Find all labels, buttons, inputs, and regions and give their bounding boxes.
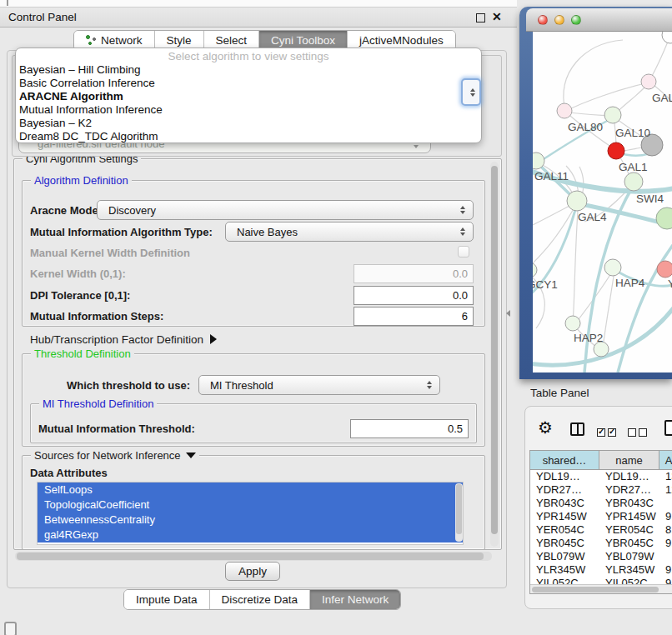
- tab-discretize-data[interactable]: Discretize Data: [210, 590, 311, 609]
- network-icon: [86, 35, 97, 46]
- network-edge: [573, 211, 578, 322]
- network-edge: [603, 271, 614, 348]
- zoom-traffic-light[interactable]: [571, 15, 581, 25]
- table-cell: 9.: [659, 510, 672, 523]
- table-row[interactable]: YPR145WYPR145W9.: [530, 510, 672, 523]
- sources-toggle[interactable]: Sources for Network Inference: [31, 449, 199, 462]
- table-row[interactable]: YBR045CYBR045C9.: [530, 537, 672, 550]
- which-threshold-label: Which threshold to use:: [67, 379, 190, 392]
- network-node[interactable]: [557, 103, 572, 118]
- dpi-tolerance-input[interactable]: [354, 286, 474, 305]
- attribute-item[interactable]: SelfLoops: [38, 482, 463, 498]
- which-threshold-combo[interactable]: MI Threshold: [198, 375, 440, 395]
- tab-impute-data[interactable]: Impute Data: [124, 590, 210, 609]
- new-table-icon[interactable]: [664, 420, 672, 436]
- table-row[interactable]: YDR27…YDR27…12: [530, 483, 672, 497]
- network-node[interactable]: [657, 261, 672, 278]
- algorithm-combo-focused[interactable]: [461, 78, 481, 106]
- column-layout-icon[interactable]: [570, 422, 584, 436]
- table-cell: YBR043C: [599, 497, 659, 510]
- network-edge: [533, 203, 574, 225]
- table-row[interactable]: YDL19…YDL19…13: [530, 470, 672, 483]
- algorithm-option[interactable]: Dream8 DC_TDC Algorithm: [16, 130, 481, 143]
- algorithm-option[interactable]: Bayesian – K2: [16, 117, 481, 130]
- table-cell: 12: [659, 483, 672, 497]
- network-node[interactable]: [533, 262, 537, 278]
- table-cell: 13: [659, 470, 672, 483]
- panel-resize-grip[interactable]: [506, 310, 510, 317]
- algorithm-option[interactable]: Bayesian – Hill Climbing: [16, 63, 481, 77]
- gear-icon[interactable]: [538, 419, 553, 436]
- network-node-label: GCY1: [533, 278, 558, 291]
- network-node[interactable]: [662, 32, 672, 43]
- table-row[interactable]: YLR345WYLR345W9.: [530, 563, 672, 577]
- network-node[interactable]: [604, 107, 621, 123]
- close-icon[interactable]: [492, 10, 502, 23]
- network-window-titlebar[interactable]: [526, 8, 672, 32]
- table-cell: 8.: [659, 523, 672, 537]
- network-node[interactable]: [567, 191, 587, 211]
- control-panel-title: Control Panel: [8, 11, 77, 23]
- aracne-mode-combo[interactable]: Discovery: [97, 200, 474, 220]
- algorithm-option[interactable]: ARACNE Algorithm: [16, 90, 481, 103]
- apply-button[interactable]: Apply: [225, 562, 280, 581]
- data-attributes-list: SelfLoopsTopologicalCoefficientBetweenne…: [37, 482, 464, 545]
- close-traffic-light[interactable]: [538, 15, 548, 25]
- algorithm-option[interactable]: Mutual Information Inference: [16, 103, 481, 117]
- table-row[interactable]: YER054CYER054C8.: [530, 523, 672, 537]
- table-cell: 9.: [659, 537, 672, 550]
- algorithm-definition-title: Algorithm Definition: [31, 174, 132, 187]
- network-node[interactable]: [624, 172, 643, 191]
- table-horizontal-scrollbar[interactable]: [530, 584, 672, 593]
- network-window[interactable]: GALGAL80GAL10GAL1GAL11SWI4GAL4GCY1HAP4YH…: [519, 7, 672, 379]
- network-node[interactable]: [565, 316, 580, 331]
- network-node-label: Y: [668, 278, 672, 290]
- minimize-traffic-light[interactable]: [554, 15, 564, 25]
- table-row[interactable]: YBR043CYBR043C: [530, 497, 672, 510]
- node-table: shared…nameA YDL19…YDL19…13YDR27…YDR27…1…: [529, 450, 672, 594]
- network-canvas[interactable]: GALGAL80GAL10GAL1GAL11SWI4GAL4GCY1HAP4YH…: [533, 32, 672, 372]
- column-header[interactable]: shared…: [530, 451, 599, 469]
- tab-infer-network[interactable]: Infer Network: [310, 590, 400, 609]
- mi-steps-input[interactable]: [354, 307, 474, 326]
- attributes-scrollbar[interactable]: [455, 483, 463, 542]
- manual-kernel-checkbox[interactable]: [458, 246, 469, 258]
- settings-vertical-scrollbar[interactable]: [490, 162, 499, 547]
- kernel-width-input[interactable]: [354, 264, 474, 283]
- control-panel-bottom-tabs: Impute DataDiscretize DataInfer Network: [123, 589, 401, 610]
- mi-threshold-label: Mutual Information Threshold:: [38, 422, 195, 435]
- column-header[interactable]: name: [599, 451, 659, 469]
- table-cell: YBL079W: [599, 550, 659, 563]
- mi-threshold-input[interactable]: [350, 419, 469, 438]
- toolbar-fragment: [7, 0, 8, 6]
- screen: Control Panel NetworkStyleSelectCyni Too…: [0, 0, 672, 635]
- algorithm-option[interactable]: Basic Correlation Inference: [16, 77, 481, 90]
- attribute-item[interactable]: BetweennessCentrality: [38, 512, 463, 528]
- settings-horizontal-scrollbar[interactable]: [15, 552, 492, 561]
- control-panel-titlebar: Control Panel: [0, 7, 517, 28]
- algorithm-dropdown-prompt: Select algorithm to view settings: [16, 50, 481, 63]
- table-cell: YBL079W: [530, 550, 599, 563]
- network-node[interactable]: [604, 259, 621, 276]
- data-attributes-label: Data Attributes: [30, 467, 108, 479]
- network-node[interactable]: [656, 208, 672, 229]
- attribute-item[interactable]: gal4RGexp: [38, 528, 463, 542]
- network-graph: GALGAL80GAL10GAL1GAL11SWI4GAL4GCY1HAP4YH…: [533, 32, 672, 372]
- attribute-item[interactable]: TopologicalCoefficient: [38, 498, 463, 512]
- mi-steps-label: Mutual Information Steps:: [30, 310, 163, 322]
- deselect-all-columns-icon[interactable]: [628, 427, 649, 439]
- table-panel-title: Table Panel: [530, 387, 589, 399]
- hub-section-toggle[interactable]: Hub/Transcription Factor Definition: [30, 333, 217, 346]
- table-cell: [659, 497, 672, 510]
- minimized-panel-icon[interactable]: [4, 622, 17, 635]
- column-header[interactable]: A: [659, 451, 672, 469]
- float-window-icon[interactable]: [476, 13, 485, 22]
- mi-type-combo[interactable]: Naive Bayes: [225, 222, 474, 242]
- network-node[interactable]: [608, 142, 624, 159]
- network-node[interactable]: [641, 74, 656, 89]
- select-all-columns-icon[interactable]: [597, 427, 619, 439]
- top-strip: [0, 0, 517, 7]
- table-cell: YBR045C: [599, 537, 659, 550]
- algorithm-dropdown-popup: Select algorithm to view settings Bayesi…: [15, 48, 482, 143]
- table-row[interactable]: YBL079WYBL079W: [530, 550, 672, 563]
